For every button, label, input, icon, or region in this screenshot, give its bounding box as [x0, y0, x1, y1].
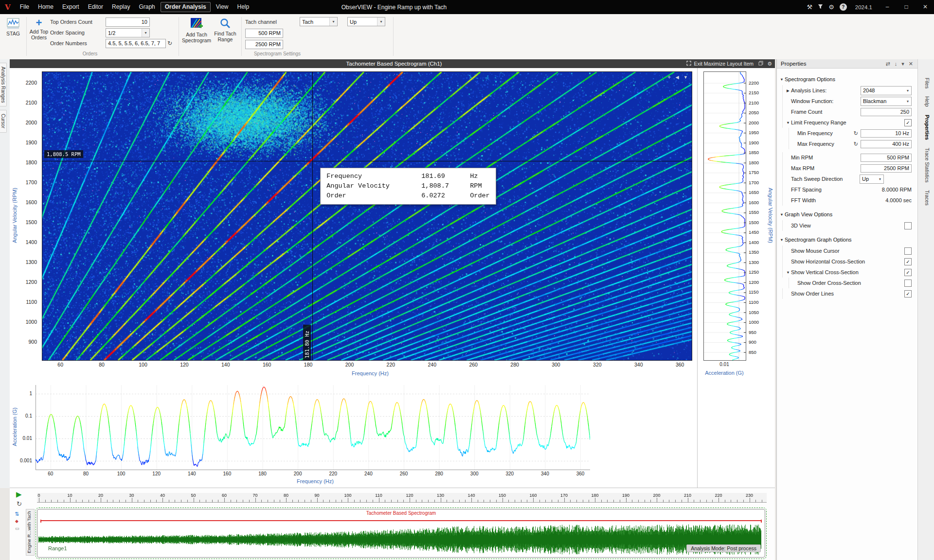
menu-view[interactable]: View	[212, 0, 233, 14]
expander-icon[interactable]: ▼	[785, 121, 791, 125]
x-axis-tick-label: 200	[342, 362, 357, 368]
props-dropdown-analysis-lines[interactable]: 2048▾	[861, 86, 912, 95]
ribbon-separator	[179, 17, 179, 56]
menu-graph[interactable]: Graph	[134, 0, 159, 14]
find-tach-range-button[interactable]: Find Tach Range	[213, 18, 238, 42]
expander-icon[interactable]: ▼	[779, 77, 785, 82]
pan-updown-icon[interactable]: ⇅	[15, 511, 19, 517]
rpm-tick-label: 1850	[749, 150, 759, 155]
panel-menu-icon[interactable]: ▾	[901, 61, 904, 67]
tools-icon[interactable]: ⚒	[807, 0, 813, 14]
max-rpm-input[interactable]: 2500 RPM	[245, 40, 283, 49]
props-dropdown-window-function[interactable]: Blackman▾	[861, 97, 912, 106]
panel-settings-gear-icon[interactable]: ⚙	[767, 61, 772, 67]
vertical-divider[interactable]	[697, 68, 698, 488]
props-checkbox-show-vertical-cross-section[interactable]: ✓	[904, 269, 912, 276]
zoom-in-icon[interactable]: +	[667, 74, 671, 81]
filter-icon[interactable]	[818, 0, 823, 14]
props-input-max-frequency[interactable]: 400 Hz	[861, 140, 912, 148]
sweep-direction-dropdown[interactable]: Up ▾	[347, 17, 385, 26]
props-input-min-rpm[interactable]: 500 RPM	[861, 154, 912, 162]
dock-toggle-icon[interactable]: ⇄	[886, 61, 890, 67]
refresh-icon[interactable]: ↻	[167, 40, 172, 47]
expander-icon[interactable]: ▼	[779, 238, 785, 242]
rpm-cross-section-plot[interactable]	[703, 71, 746, 361]
props-input-max-rpm[interactable]: 2500 RPM	[861, 164, 912, 173]
props-checkbox-3d-view[interactable]	[904, 222, 912, 229]
refresh-icon[interactable]: ↻	[854, 130, 858, 137]
rpm-tick-label: 1450	[749, 229, 759, 235]
menu-export[interactable]: Export	[58, 0, 84, 14]
add-top-orders-label: Add Top Orders	[28, 29, 50, 40]
right-tab-properties[interactable]: Properties	[922, 115, 930, 140]
spectrogram-plot[interactable]: + ◄ ▼ 1,808.5 RPM 181.80 Hz Frequency181…	[42, 71, 692, 361]
right-tab-help[interactable]: Help	[922, 96, 930, 107]
horizontal-cursor-line[interactable]	[42, 161, 692, 161]
expander-icon[interactable]: ▶	[785, 88, 791, 93]
range-label: Range1	[48, 545, 67, 551]
expander-icon[interactable]: ▼	[785, 270, 791, 275]
props-checkbox-show-horizontal-cross-section[interactable]: ✓	[904, 258, 912, 265]
menu-replay[interactable]: Replay	[108, 0, 134, 14]
plot-options-caret-icon[interactable]: ▼	[683, 74, 688, 81]
props-dropdown-tach-sweep-direction[interactable]: Up▾	[860, 175, 884, 184]
settings-gear-icon[interactable]: ⚙	[828, 0, 834, 14]
right-tab-trace-statistics[interactable]: Trace Statistics	[922, 148, 930, 182]
stag-button[interactable]: STAG	[3, 18, 23, 36]
loop-icon[interactable]: ↻	[17, 501, 22, 507]
add-tach-spectrogram-button[interactable]: Add Tach Spectrogram	[182, 17, 211, 43]
order-numbers-input[interactable]: 4.5, 5, 5.5, 6, 6.5, 7, 7	[106, 39, 166, 48]
spectrogram-canvas[interactable]	[42, 72, 692, 360]
marker-icon[interactable]: ◆	[15, 519, 18, 524]
min-rpm-input[interactable]: 500 RPM	[245, 29, 283, 38]
top-orders-count-input[interactable]: 10	[106, 18, 150, 27]
menu-file[interactable]: File	[16, 0, 34, 14]
minimize-button[interactable]: –	[880, 0, 894, 14]
props-input-min-frequency[interactable]: 10 Hz	[861, 129, 912, 138]
waveform-canvas[interactable]	[38, 522, 763, 556]
unpin-icon[interactable]: ↓	[895, 61, 898, 67]
right-tab-traces[interactable]: Traces	[922, 190, 930, 206]
help-icon[interactable]: ?	[840, 3, 847, 11]
x-axis-tick-label: 260	[466, 362, 481, 368]
pan-left-icon[interactable]: ◄	[674, 74, 680, 81]
spectrum-x-tick-label: 180	[255, 471, 270, 476]
props-checkbox-show-mouse-cursor[interactable]	[904, 247, 912, 255]
spectrogram-panel-titlebar[interactable]: Tachometer Based Spectrogram (Ch1) Exit …	[10, 59, 775, 68]
maximize-button[interactable]: □	[899, 0, 913, 14]
menu-order-analysis[interactable]: Order Analysis	[161, 2, 211, 12]
right-tab-files[interactable]: Files	[922, 78, 930, 88]
exit-maximize-button[interactable]: Exit Maximize Layout Item	[686, 59, 754, 68]
add-top-orders-button[interactable]: + Add Top Orders	[28, 18, 50, 40]
tach-channel-dropdown[interactable]: Tach ▾	[300, 17, 338, 26]
spectrum-y-tick-label: 0.1	[11, 413, 32, 419]
x-axis-tick-label: 360	[673, 362, 687, 368]
props-input-frame-count[interactable]: 250	[861, 108, 912, 116]
menu-editor[interactable]: Editor	[84, 0, 108, 14]
acceleration-axis-title: Acceleration (G)	[705, 370, 743, 376]
left-tab-analysis-ranges[interactable]: Analysis Ranges	[0, 63, 7, 106]
left-tab-cursor[interactable]: Cursor	[0, 110, 7, 132]
time-ruler[interactable]	[37, 493, 767, 503]
order-spacing-dropdown[interactable]: 1/2 ▾	[106, 28, 150, 37]
close-button[interactable]: ✕	[918, 0, 932, 14]
menu-home[interactable]: Home	[34, 0, 58, 14]
props-checkbox-limit-frequency-range[interactable]: ✓	[904, 119, 912, 126]
spectrum-x-tick-label: 220	[326, 471, 341, 476]
recording-name-tab[interactable]: Engine R...with Tach	[26, 509, 35, 556]
props-checkbox-show-order-lines[interactable]: ✓	[904, 290, 912, 298]
menu-help[interactable]: Help	[233, 0, 254, 14]
duplicate-window-icon[interactable]	[758, 61, 763, 67]
spectrogram-range-line[interactable]	[40, 520, 762, 521]
panel-close-icon[interactable]: ✕	[909, 61, 913, 67]
play-icon[interactable]: ▶	[16, 490, 22, 498]
waveform-track[interactable]: Tachometer Based Spectrogram Range1 Anal…	[37, 509, 765, 558]
expander-icon[interactable]: ▼	[779, 212, 785, 217]
vertical-cursor-line[interactable]	[312, 72, 313, 360]
tool-icon[interactable]: ▭	[15, 526, 19, 531]
spectrum-canvas[interactable]	[36, 385, 590, 470]
refresh-icon[interactable]: ↻	[854, 141, 858, 147]
props-checkbox-show-order-cross-section[interactable]	[904, 280, 912, 287]
rpm-cross-section-canvas[interactable]	[704, 72, 746, 360]
y-axis-tick-label: 1800	[26, 159, 37, 165]
